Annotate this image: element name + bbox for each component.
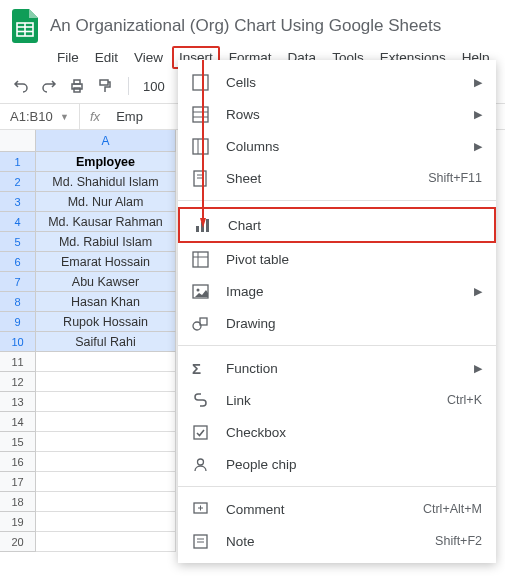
cell[interactable]: Md. Rabiul Islam [36,232,176,252]
row-header[interactable]: 8 [0,292,36,312]
row-header[interactable]: 2 [0,172,36,192]
row-header[interactable]: 1 [0,152,36,172]
cell[interactable] [36,472,176,492]
cell[interactable] [36,352,176,372]
svg-rect-9 [193,107,208,122]
submenu-arrow-icon: ▶ [474,285,482,298]
formula-bar[interactable]: Emp [110,109,149,124]
svg-rect-18 [196,226,199,232]
menu-view[interactable]: View [127,46,170,69]
row-header[interactable]: 19 [0,512,36,532]
submenu-arrow-icon: ▶ [474,76,482,89]
row-header[interactable]: 17 [0,472,36,492]
row-header[interactable]: 4 [0,212,36,232]
menu-item-cells[interactable]: Cells▶ [178,66,496,98]
menu-item-image[interactable]: Image▶ [178,275,496,307]
cell[interactable] [36,532,176,552]
menu-item-chart[interactable]: Chart [178,207,496,243]
submenu-arrow-icon: ▶ [474,140,482,153]
cell[interactable]: Hasan Khan [36,292,176,312]
cell[interactable] [36,492,176,512]
row-header[interactable]: 12 [0,372,36,392]
menu-item-checkbox[interactable]: Checkbox [178,416,496,448]
svg-rect-7 [100,80,108,85]
cell[interactable]: Emarat Hossain [36,252,176,272]
menu-edit[interactable]: Edit [88,46,125,69]
row-header[interactable]: 20 [0,532,36,552]
chart-icon [194,216,214,234]
svg-point-25 [197,288,200,291]
checkbox-icon [192,423,212,441]
columns-icon [192,137,212,155]
menu-item-function[interactable]: ΣFunction▶ [178,352,496,384]
fx-label: fx [80,109,110,124]
column-header[interactable]: A [36,130,176,152]
menu-item-rows[interactable]: Rows▶ [178,98,496,130]
paint-format-icon[interactable] [96,77,114,95]
svg-rect-28 [194,426,207,439]
menu-item-note[interactable]: NoteShift+F2 [178,525,496,557]
insert-menu-dropdown: Cells▶Rows▶Columns▶SheetShift+F11ChartPi… [178,60,496,563]
cell[interactable]: Md. Nur Alam [36,192,176,212]
svg-rect-21 [193,252,208,267]
submenu-arrow-icon: ▶ [474,108,482,121]
row-header[interactable]: 3 [0,192,36,212]
row-header[interactable]: 18 [0,492,36,512]
row-header[interactable]: 16 [0,452,36,472]
image-icon [192,282,212,300]
row-header[interactable]: 5 [0,232,36,252]
row-header[interactable]: 7 [0,272,36,292]
zoom-level[interactable]: 100 [143,79,165,94]
undo-icon[interactable] [12,77,30,95]
menu-item-comment[interactable]: CommentCtrl+Alt+M [178,493,496,525]
svg-rect-6 [74,88,80,92]
row-header[interactable]: 9 [0,312,36,332]
comment-icon [192,500,212,518]
menu-file[interactable]: File [50,46,86,69]
cell[interactable] [36,392,176,412]
svg-rect-20 [206,219,209,232]
svg-rect-12 [193,139,208,154]
cell[interactable] [36,412,176,432]
row-header[interactable]: 10 [0,332,36,352]
row-header[interactable]: 15 [0,432,36,452]
sheet-icon [192,169,212,187]
cell[interactable]: Employee [36,152,176,172]
svg-rect-19 [201,222,204,232]
menu-item-pivot-table[interactable]: Pivot table [178,243,496,275]
select-all-corner[interactable] [0,130,36,152]
row-header[interactable]: 14 [0,412,36,432]
row-header[interactable]: 13 [0,392,36,412]
chevron-down-icon: ▼ [60,112,69,122]
menu-item-columns[interactable]: Columns▶ [178,130,496,162]
document-title[interactable]: An Organizational (Org) Chart Using Goog… [50,16,441,36]
print-icon[interactable] [68,77,86,95]
cell[interactable] [36,372,176,392]
cell[interactable]: Saiful Rahi [36,332,176,352]
pivot-table-icon [192,250,212,268]
drawing-icon [192,314,212,332]
cell[interactable]: Md. Shahidul Islam [36,172,176,192]
cell[interactable]: Md. Kausar Rahman [36,212,176,232]
svg-rect-5 [74,80,80,84]
rows-icon [192,105,212,123]
cell[interactable] [36,432,176,452]
cells-icon [192,73,212,91]
row-header[interactable]: 6 [0,252,36,272]
people-chip-icon [192,455,212,473]
submenu-arrow-icon: ▶ [474,362,482,375]
redo-icon[interactable] [40,77,58,95]
menu-item-sheet[interactable]: SheetShift+F11 [178,162,496,194]
name-box[interactable]: A1:B10▼ [0,104,80,129]
function-icon: Σ [192,359,212,377]
cell[interactable]: Abu Kawser [36,272,176,292]
cell[interactable] [36,512,176,532]
menu-item-people-chip[interactable]: People chip [178,448,496,480]
row-header[interactable]: 11 [0,352,36,372]
menu-item-link[interactable]: LinkCtrl+K [178,384,496,416]
menu-item-drawing[interactable]: Drawing [178,307,496,339]
sheets-logo [12,8,40,44]
cell[interactable]: Rupok Hossain [36,312,176,332]
note-icon [192,532,212,550]
cell[interactable] [36,452,176,472]
